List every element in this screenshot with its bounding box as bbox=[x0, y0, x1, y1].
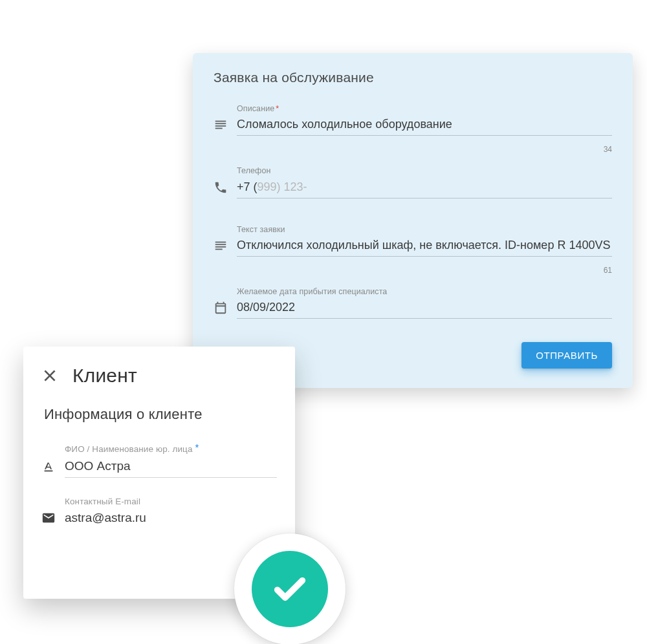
desired-date-field: Желаемое дата прибытия специалиста bbox=[214, 286, 612, 319]
success-badge bbox=[234, 533, 345, 644]
client-name-input[interactable] bbox=[65, 456, 277, 478]
description-field: Описание* bbox=[214, 103, 612, 136]
description-input[interactable] bbox=[237, 115, 612, 136]
request-text-input[interactable] bbox=[237, 236, 612, 257]
request-text-field: Текст заявки bbox=[214, 224, 612, 257]
client-email-field: Контактный E-mail bbox=[41, 496, 277, 530]
close-icon[interactable] bbox=[41, 367, 58, 384]
phone-icon bbox=[214, 180, 228, 195]
text-lines-icon bbox=[214, 118, 228, 132]
client-panel-title: Клиент bbox=[72, 365, 137, 387]
client-email-label: Контактный E-mail bbox=[65, 496, 277, 508]
submit-button[interactable]: ОТПРАВИТЬ bbox=[521, 342, 612, 369]
svg-rect-3 bbox=[215, 128, 223, 129]
text-format-icon bbox=[41, 460, 56, 474]
svg-rect-0 bbox=[215, 121, 226, 122]
description-char-count: 34 bbox=[214, 145, 612, 154]
calendar-icon bbox=[214, 301, 228, 315]
phone-label: Телефон bbox=[237, 166, 612, 176]
svg-rect-2 bbox=[215, 125, 226, 127]
client-name-field: ФИО / Наименование юр. лица* bbox=[41, 442, 277, 478]
client-section-title: Информация о клиенте bbox=[41, 406, 277, 423]
text-lines-icon bbox=[214, 239, 228, 253]
phone-typed-value: +7 ( bbox=[237, 180, 258, 194]
description-label: Описание* bbox=[237, 103, 612, 114]
desired-date-label: Желаемое дата прибытия специалиста bbox=[237, 286, 612, 297]
client-name-label: ФИО / Наименование юр. лица* bbox=[65, 442, 277, 455]
desired-date-input[interactable] bbox=[237, 298, 612, 319]
request-text-char-count: 61 bbox=[214, 266, 612, 275]
service-request-title: Заявка на обслуживание bbox=[214, 70, 612, 85]
check-icon bbox=[252, 551, 328, 627]
svg-rect-7 bbox=[215, 248, 223, 250]
required-star-icon: * bbox=[195, 442, 199, 453]
svg-rect-4 bbox=[215, 241, 226, 242]
client-email-input[interactable] bbox=[65, 508, 277, 529]
svg-rect-5 bbox=[215, 244, 226, 245]
request-text-label: Текст заявки bbox=[237, 224, 612, 235]
phone-placeholder-hint: 999) 123- bbox=[258, 180, 307, 194]
svg-rect-1 bbox=[215, 123, 226, 125]
svg-rect-6 bbox=[215, 246, 226, 248]
client-header: Клиент bbox=[41, 365, 277, 387]
service-request-card: Заявка на обслуживание Описание* 34 Теле… bbox=[193, 53, 633, 388]
required-star-icon: * bbox=[276, 104, 279, 113]
mail-icon bbox=[41, 511, 56, 525]
phone-field: Телефон +7 (999) 123- bbox=[214, 166, 612, 198]
phone-input[interactable]: +7 (999) 123- bbox=[237, 178, 612, 199]
